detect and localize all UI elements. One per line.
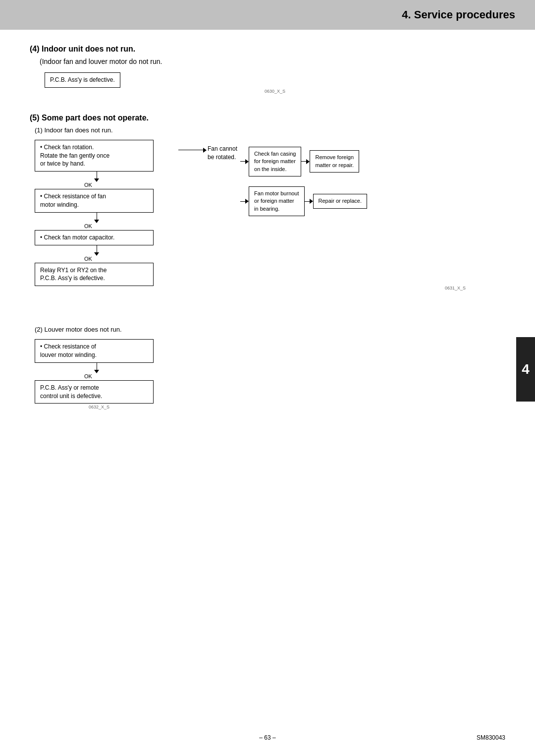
diagram-5-2-ref: 0632_X_S: [89, 405, 109, 409]
flowchart-5-2: • Check resistance of louver motor windi…: [35, 339, 163, 409]
side-tab: 4: [516, 337, 535, 402]
box-fan-capacitor: • Check fan motor capacitor.: [35, 230, 154, 245]
arrow-down-louver: [94, 363, 99, 373]
fan-cannot-label: Fan cannot be rotated.: [208, 145, 237, 162]
footer: – 63 –: [0, 734, 535, 741]
arrow-down-2: [94, 213, 99, 223]
section4-heading: (4) Indoor unit does not run.: [30, 45, 505, 54]
main-content: (4) Indoor unit does not run. (Indoor fa…: [0, 30, 535, 439]
section4: (4) Indoor unit does not run. (Indoor fa…: [30, 45, 505, 94]
section5-heading: (5) Some part does not operate.: [30, 114, 505, 122]
diagram-5-1-ref: 0631_X_S: [445, 284, 466, 291]
footer-page: – 63 –: [259, 734, 275, 741]
right-section: Fan cannot be rotated. Check fan casing: [178, 147, 367, 216]
box-remove-foreign: Remove foreign matter or repair.: [310, 150, 359, 173]
ok-label-louver: OK: [84, 373, 92, 379]
footer-ref: SM830043: [477, 734, 505, 741]
sub2-label: (2) Louver motor does not run.: [35, 326, 505, 333]
box-louver-resistance: • Check resistance of louver motor windi…: [35, 339, 154, 363]
section5-sub1: (1) Indoor fan does not run. • Check fan…: [30, 126, 505, 316]
box-fan-resistance: • Check resistance of fan motor winding.: [35, 189, 154, 213]
page-title: 4. Service procedures: [402, 8, 515, 21]
fan-cannot-group: Fan cannot be rotated. Check fan casing: [178, 147, 367, 216]
section4-subtext: (Indoor fan and louver motor do not run.: [40, 58, 505, 65]
box-relay: Relay RY1 or RY2 on the P.C.B. Ass'y is …: [35, 263, 154, 287]
box-repair-replace: Repair or replace.: [313, 194, 367, 208]
section5-sub2: (2) Louver motor does not run. • Check r…: [30, 326, 505, 409]
side-tab-number: 4: [522, 361, 530, 377]
box-pcb-remote: P.C.B. Ass'y or remote control unit is d…: [35, 380, 154, 404]
pcb-defective-box: P.C.B. Ass'y is defective.: [45, 72, 120, 88]
box-fan-motor-burnout: Fan motor burnout or foreign matter in b…: [249, 186, 305, 216]
sub1-label: (1) Indoor fan does not run.: [35, 126, 505, 134]
header-bar: 4. Service procedures: [0, 0, 535, 30]
left-column: • Check fan rotation. Rotate the fan gen…: [35, 140, 163, 286]
flowchart-5-1: • Check fan rotation. Rotate the fan gen…: [35, 140, 505, 286]
box-fan-rotation: • Check fan rotation. Rotate the fan gen…: [35, 140, 154, 172]
section5: (5) Some part does not operate. (1) Indo…: [30, 114, 505, 410]
arrow-down-1: [94, 172, 99, 182]
ok-label-2: OK: [84, 223, 92, 229]
diagram1: P.C.B. Ass'y is defective. 0630_X_S: [45, 72, 505, 94]
diagram1-ref: 0630_X_S: [45, 89, 505, 94]
box-fan-casing: Check fan casing for foreign matter on t…: [249, 147, 301, 176]
ok-label-1: OK: [84, 182, 92, 188]
ok-label-3: OK: [84, 256, 92, 262]
arrow-down-3: [94, 245, 99, 256]
